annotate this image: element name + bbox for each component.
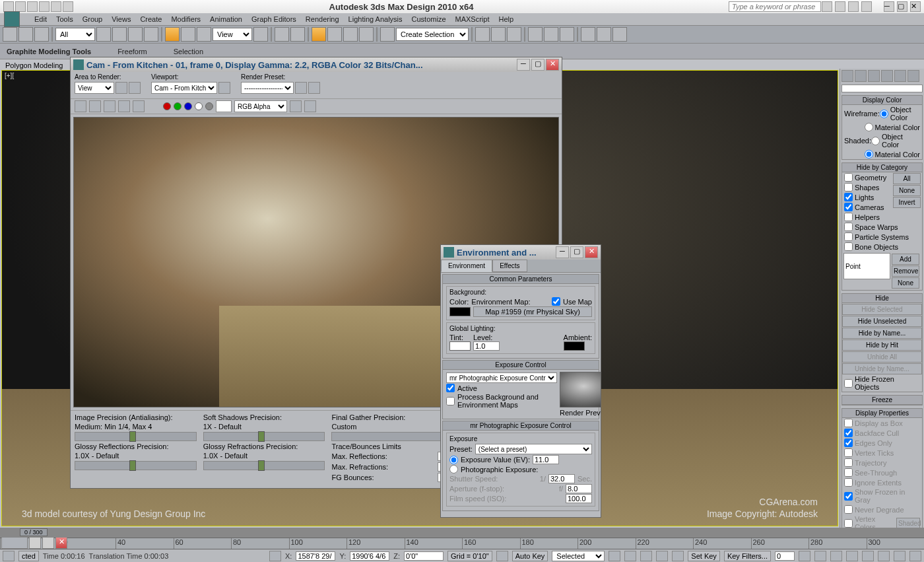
dp-vticks-check[interactable]: [844, 448, 853, 457]
mono-channel-icon[interactable]: [205, 102, 213, 110]
render-preset-dropdown[interactable]: -------------------: [241, 82, 294, 94]
ribbon-tab-graphite[interactable]: Graphite Modeling Tools: [7, 48, 91, 55]
dp-degrade-check[interactable]: [844, 505, 853, 514]
area-render-dropdown[interactable]: View: [75, 82, 114, 94]
menu-group[interactable]: Group: [82, 15, 103, 23]
env-min-icon[interactable]: ─: [556, 246, 569, 258]
menu-animation[interactable]: Animation: [210, 15, 242, 23]
red-channel-icon[interactable]: [163, 102, 171, 110]
hide-invert-button[interactable]: Invert: [893, 197, 921, 208]
selection-filter-dropdown[interactable]: All: [55, 28, 95, 41]
cp-tab-hierarchy-icon[interactable]: [868, 70, 880, 82]
dp-vcolors-check[interactable]: [844, 519, 853, 528]
toggle-ui-icon[interactable]: [290, 100, 302, 112]
viewport-label[interactable]: [+][: [5, 72, 14, 79]
minimize-icon[interactable]: ─: [884, 1, 894, 12]
ev-radio[interactable]: [449, 456, 458, 464]
level-input[interactable]: [473, 341, 500, 351]
rotate-icon[interactable]: [181, 27, 195, 42]
hide-frozen-check[interactable]: [844, 379, 853, 388]
render-max-icon[interactable]: ▢: [531, 59, 544, 71]
render-preview-button[interactable]: Render Preview: [560, 409, 601, 417]
iso-input[interactable]: [566, 494, 592, 503]
lock-icon[interactable]: [269, 551, 281, 561]
rollout-exposure[interactable]: Exposure Control: [443, 361, 599, 370]
toggle-overlay-icon[interactable]: [304, 100, 316, 112]
env-tab-environment[interactable]: Environment: [441, 260, 492, 272]
dp-backface-check[interactable]: [844, 429, 853, 437]
rollout-hide-category[interactable]: Hide by Category: [842, 163, 922, 172]
spinner-snap-icon[interactable]: [359, 27, 374, 42]
unlink-icon[interactable]: [18, 27, 33, 42]
menu-edit[interactable]: Edit: [34, 15, 47, 23]
green-channel-icon[interactable]: [174, 102, 182, 110]
rollout-display-props[interactable]: Display Properties: [842, 409, 922, 418]
curve-editor-icon[interactable]: [528, 27, 543, 42]
percent-snap-icon[interactable]: [343, 27, 358, 42]
render-setup2-icon[interactable]: [295, 82, 307, 94]
angle-snap-icon[interactable]: [327, 27, 342, 42]
photo-radio[interactable]: [449, 465, 458, 474]
hide-none2-button[interactable]: None: [892, 277, 919, 289]
autokey-button[interactable]: Auto Key: [512, 551, 548, 561]
unhide-all-button[interactable]: Unhide All: [842, 351, 922, 363]
render-icon[interactable]: [612, 27, 627, 42]
exposure-dropdown[interactable]: mr Photographic Exposure Contr: [446, 372, 557, 383]
soft-shadow-slider[interactable]: [203, 432, 325, 441]
undo-icon[interactable]: [51, 1, 61, 12]
env-max-icon[interactable]: ▢: [570, 246, 583, 258]
setkey-button[interactable]: Set Key: [688, 551, 720, 561]
goto-start-icon[interactable]: [609, 551, 620, 561]
open-icon[interactable]: [27, 1, 38, 12]
wireframe-object-radio[interactable]: [880, 110, 888, 118]
named-sel-icon[interactable]: [380, 27, 395, 42]
material-editor-icon[interactable]: [560, 27, 574, 42]
scale-icon[interactable]: [197, 27, 211, 42]
align-icon[interactable]: [491, 27, 506, 42]
time-config-icon[interactable]: [799, 551, 810, 561]
help-icon[interactable]: [861, 1, 872, 12]
hide-by-name-button[interactable]: Hide by Name...: [842, 328, 922, 339]
render-viewport-dropdown[interactable]: Cam - From Kitch: [151, 82, 217, 94]
final-gather-slider[interactable]: [331, 432, 453, 441]
app-icon[interactable]: [4, 11, 20, 27]
hide-lights-check[interactable]: [844, 193, 853, 201]
unhide-by-name-button[interactable]: Unhide by Name...: [842, 363, 922, 374]
layers-icon[interactable]: [507, 27, 521, 42]
channel-dropdown[interactable]: RGB Alpha: [234, 100, 287, 112]
mirror-icon[interactable]: [475, 27, 490, 42]
area-edit-icon[interactable]: [116, 82, 127, 94]
clone-image-icon[interactable]: [104, 100, 116, 112]
menu-maxscript[interactable]: MAXScript: [455, 15, 490, 23]
save-icon[interactable]: [39, 1, 50, 12]
dp-seethrough-check[interactable]: [844, 468, 853, 477]
dp-traj-check[interactable]: [844, 458, 853, 467]
window-crossing-icon[interactable]: [144, 27, 158, 42]
redo-icon[interactable]: [63, 1, 73, 12]
taskbar-close-icon[interactable]: ✕: [55, 537, 67, 549]
env-tab-effects[interactable]: Effects: [492, 260, 527, 272]
menu-customize[interactable]: Customize: [412, 15, 446, 23]
named-selection-dropdown[interactable]: Create Selection S: [396, 28, 469, 41]
pan-icon[interactable]: [878, 551, 890, 561]
save-image-icon[interactable]: [75, 100, 86, 112]
bind-icon[interactable]: [34, 27, 49, 42]
hide-helpers-check[interactable]: [844, 213, 853, 221]
rollout-mr-exposure[interactable]: mr Photographic Exposure Control: [443, 421, 599, 431]
manipulate-icon[interactable]: [275, 27, 289, 42]
keyboard-icon[interactable]: [290, 27, 305, 42]
process-bg-check[interactable]: [446, 397, 455, 405]
hide-selected-button[interactable]: Hide Selected: [842, 304, 922, 315]
menu-graph-editors[interactable]: Graph Editors: [251, 15, 296, 23]
fov-icon[interactable]: [862, 551, 874, 561]
copy-image-icon[interactable]: [89, 100, 101, 112]
play-icon[interactable]: [640, 551, 652, 561]
render-frame-icon[interactable]: [597, 27, 611, 42]
pivot-icon[interactable]: [253, 27, 268, 42]
select-name-icon[interactable]: [112, 27, 127, 42]
rollout-hide[interactable]: Hide: [842, 294, 922, 303]
exposure-preset-dropdown[interactable]: (Select a preset): [475, 444, 592, 454]
maxscript-icon[interactable]: [3, 551, 15, 561]
ribbon-tab-freeform[interactable]: Freeform: [117, 48, 147, 55]
taskbar-max-icon[interactable]: [42, 537, 54, 549]
